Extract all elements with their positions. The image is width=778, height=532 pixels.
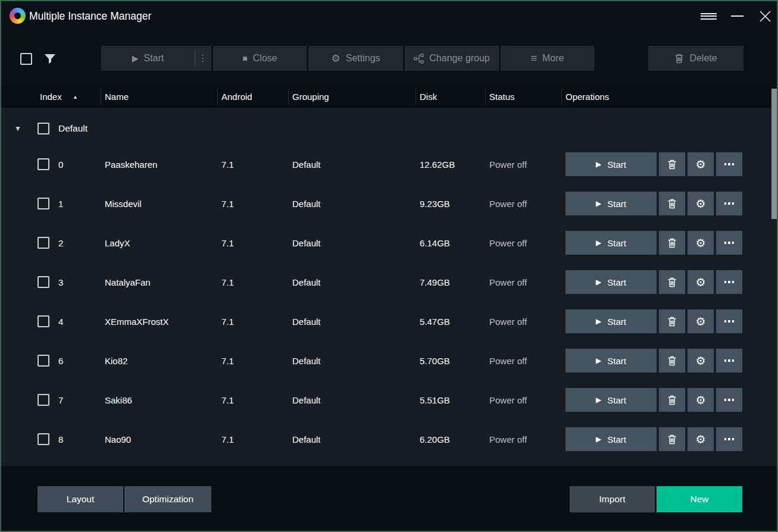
group-label: Default — [58, 123, 88, 134]
instance-table-body: ▼ Default 0 Paaskeharen 7.1 Default 12.6… — [1, 108, 777, 466]
row-settings-button[interactable]: ⚙ — [688, 309, 714, 333]
row-delete-button[interactable] — [659, 388, 685, 412]
cell-status: Power off — [489, 356, 527, 366]
row-settings-button[interactable]: ⚙ — [688, 152, 714, 176]
cell-grouping: Default — [292, 277, 321, 287]
cell-android: 7.1 — [221, 317, 234, 327]
row-checkbox[interactable] — [38, 158, 49, 170]
row-start-button[interactable]: ▶ Start — [565, 231, 657, 255]
close-window-button[interactable] — [752, 1, 777, 31]
trash-icon — [667, 356, 677, 366]
row-more-button[interactable] — [716, 231, 742, 255]
gear-icon: ⚙ — [695, 197, 705, 211]
group-checkbox[interactable] — [38, 123, 49, 134]
cell-grouping: Default — [292, 356, 321, 366]
play-icon: ▶ — [596, 356, 601, 365]
column-header-android[interactable]: Android — [221, 86, 252, 107]
sort-asc-icon[interactable]: ▲ — [73, 86, 78, 107]
toolbar-more-button[interactable]: ≡ More — [501, 46, 594, 71]
titlebar-menu-button[interactable] — [696, 1, 720, 31]
filter-icon[interactable] — [43, 52, 57, 66]
table-row: 1 Missdevil 7.1 Default 9.23GB Power off… — [1, 184, 777, 223]
row-start-button[interactable]: ▶ Start — [565, 349, 657, 373]
row-more-button[interactable] — [716, 309, 742, 333]
row-more-button[interactable] — [716, 388, 742, 412]
column-header-operations[interactable]: Operations — [565, 86, 609, 107]
toolbar-close-button[interactable]: ■ Close — [213, 46, 307, 71]
stop-square-icon: ■ — [242, 54, 247, 62]
row-checkbox[interactable] — [38, 433, 49, 445]
column-header-index[interactable]: Index — [40, 86, 62, 107]
ellipsis-icon — [724, 359, 735, 362]
row-more-button[interactable] — [716, 270, 742, 294]
cell-status: Power off — [489, 159, 527, 170]
row-delete-button[interactable] — [659, 309, 685, 333]
cell-grouping: Default — [292, 395, 321, 405]
cell-name: Kio82 — [105, 356, 127, 366]
row-checkbox[interactable] — [38, 315, 49, 327]
collapse-group-icon[interactable]: ▼ — [14, 124, 21, 133]
trash-icon — [667, 434, 677, 445]
vertical-scrollbar-thumb[interactable] — [771, 89, 777, 219]
row-start-label: Start — [607, 434, 626, 445]
row-start-label: Start — [607, 199, 626, 209]
row-delete-button[interactable] — [659, 427, 685, 451]
start-options-icon[interactable]: ⋮ — [198, 46, 207, 71]
column-divider — [415, 89, 416, 105]
column-header-status[interactable]: Status — [489, 86, 515, 107]
row-start-button[interactable]: ▶ Start — [565, 192, 657, 215]
row-more-button[interactable] — [716, 349, 742, 373]
row-more-button[interactable] — [716, 427, 742, 451]
toolbar-delete-label: Delete — [689, 53, 717, 64]
row-settings-button[interactable]: ⚙ — [688, 270, 714, 294]
row-start-button[interactable]: ▶ Start — [565, 388, 657, 412]
column-header-grouping[interactable]: Grouping — [292, 86, 329, 107]
layout-button[interactable]: Layout — [38, 486, 123, 512]
row-delete-button[interactable] — [659, 231, 685, 255]
cell-status: Power off — [489, 395, 527, 405]
cell-disk: 12.62GB — [420, 159, 455, 170]
column-divider — [288, 89, 289, 105]
row-checkbox[interactable] — [38, 355, 49, 367]
footer-bar: Layout Optimization Import New — [1, 466, 777, 531]
column-header-name[interactable]: Name — [105, 86, 129, 107]
row-more-button[interactable] — [716, 152, 742, 176]
row-settings-button[interactable]: ⚙ — [688, 231, 714, 255]
toolbar-start-button[interactable]: ▶ Start ⋮ — [101, 46, 211, 71]
optimization-button[interactable]: Optimization — [124, 486, 211, 512]
toolbar-settings-button[interactable]: ⚙ Settings — [308, 46, 403, 71]
new-instance-button[interactable]: New — [657, 486, 742, 512]
row-checkbox[interactable] — [38, 237, 49, 249]
row-checkbox[interactable] — [38, 198, 49, 209]
cell-disk: 6.20GB — [420, 434, 450, 445]
select-all-checkbox[interactable] — [20, 53, 32, 65]
toolbar-delete-button[interactable]: Delete — [648, 46, 743, 71]
row-delete-button[interactable] — [659, 152, 685, 176]
cell-index: 7 — [58, 395, 63, 405]
toolbar-change-group-button[interactable]: Change group — [405, 46, 499, 71]
row-settings-button[interactable]: ⚙ — [688, 427, 714, 451]
row-delete-button[interactable] — [659, 192, 685, 215]
cell-status: Power off — [489, 199, 527, 209]
row-delete-button[interactable] — [659, 270, 685, 294]
row-more-button[interactable] — [716, 192, 742, 215]
row-start-label: Start — [607, 159, 626, 170]
row-checkbox[interactable] — [38, 276, 49, 288]
column-header-disk[interactable]: Disk — [420, 86, 437, 107]
row-start-button[interactable]: ▶ Start — [565, 152, 657, 176]
toolbar-more-label: More — [542, 53, 564, 64]
row-start-button[interactable]: ▶ Start — [565, 270, 657, 294]
minimize-button[interactable] — [725, 1, 749, 31]
row-checkbox[interactable] — [38, 394, 49, 406]
row-start-button[interactable]: ▶ Start — [565, 309, 657, 333]
row-settings-button[interactable]: ⚙ — [688, 388, 714, 412]
row-settings-button[interactable]: ⚙ — [688, 349, 714, 373]
cell-android: 7.1 — [221, 277, 234, 287]
row-start-label: Start — [607, 356, 626, 366]
import-button[interactable]: Import — [570, 486, 655, 512]
row-delete-button[interactable] — [659, 349, 685, 373]
column-divider — [485, 89, 486, 105]
table-row: 6 Kio82 7.1 Default 5.70GB Power off ▶ S… — [1, 341, 777, 380]
row-settings-button[interactable]: ⚙ — [688, 192, 714, 215]
row-start-button[interactable]: ▶ Start — [565, 427, 657, 451]
